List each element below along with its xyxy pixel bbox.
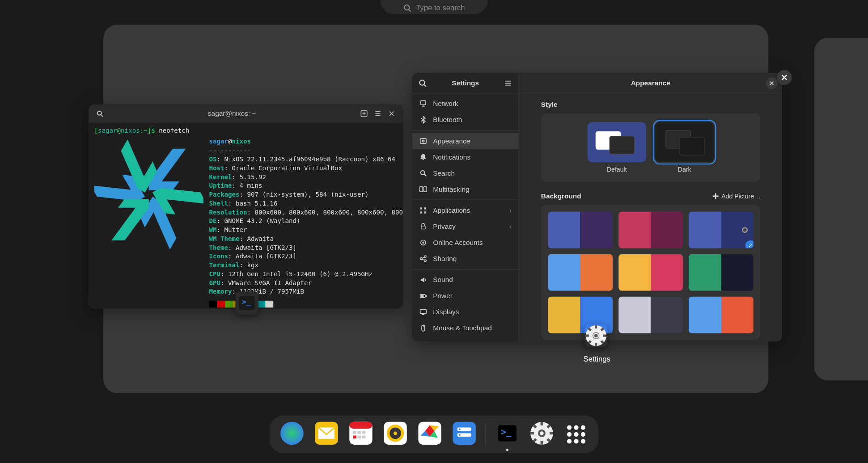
search-icon bbox=[419, 79, 427, 87]
settings-main-title: Appearance bbox=[631, 79, 670, 87]
dock-web-browser[interactable] bbox=[279, 421, 305, 447]
wallpaper-wp-orange[interactable] bbox=[548, 254, 613, 291]
svg-line-101 bbox=[534, 425, 536, 428]
sidebar-item-search[interactable]: Search bbox=[412, 165, 519, 181]
search-icon bbox=[403, 4, 411, 12]
neofetch-field: WM Theme: Adwaita bbox=[209, 235, 403, 244]
dock-separator bbox=[486, 423, 486, 446]
add-picture-button[interactable]: Add Picture… bbox=[712, 193, 760, 199]
svg-rect-21 bbox=[421, 101, 426, 105]
svg-line-103 bbox=[547, 425, 550, 428]
neofetch-field: Shell: bash 5.1.16 bbox=[209, 199, 403, 208]
svg-line-41 bbox=[422, 259, 424, 260]
sidebar-item-applications[interactable]: Applications› bbox=[412, 202, 519, 219]
workspace-thumbnail-next[interactable] bbox=[814, 38, 868, 381]
check-icon: ✓ bbox=[745, 240, 754, 248]
sidebar-item-network[interactable]: Network bbox=[412, 96, 519, 112]
dock-terminal[interactable]: >_ bbox=[494, 421, 521, 447]
neofetch-field: OS: NixOS 22.11.2345.af96094e9b8 (Raccoo… bbox=[209, 155, 403, 164]
dock-settings[interactable] bbox=[529, 421, 555, 447]
search-icon bbox=[419, 169, 427, 177]
sidebar-item-appearance[interactable]: Appearance bbox=[412, 133, 519, 149]
dock-files[interactable] bbox=[451, 421, 478, 447]
svg-point-72 bbox=[280, 422, 303, 445]
sidebar-item-displays[interactable]: Displays bbox=[412, 304, 519, 320]
power-icon bbox=[419, 292, 427, 300]
neofetch-field: Uptime: 4 mins bbox=[209, 181, 403, 190]
sidebar-item-sound[interactable]: Sound bbox=[412, 272, 519, 288]
dock-photos[interactable] bbox=[417, 421, 443, 447]
sidebar-item-multitasking[interactable]: Multitasking bbox=[412, 181, 519, 198]
svg-line-67 bbox=[589, 341, 591, 343]
settings-window[interactable]: Settings NetworkBluetoothAppearanceNotif… bbox=[412, 73, 782, 341]
sidebar-item-keyboard[interactable]: Keyboard bbox=[412, 336, 519, 341]
chevron-right-icon: › bbox=[509, 223, 512, 231]
svg-rect-31 bbox=[424, 207, 426, 209]
svg-point-91 bbox=[459, 429, 461, 430]
speaker-icon bbox=[419, 276, 427, 284]
settings-menu-button[interactable] bbox=[501, 76, 515, 90]
mail-icon bbox=[314, 421, 339, 448]
style-box: DefaultDark bbox=[541, 113, 760, 182]
cloud-icon bbox=[419, 239, 427, 247]
style-option-default[interactable]: Default bbox=[588, 122, 646, 173]
wallpaper-wp-green[interactable] bbox=[689, 254, 754, 291]
dock-mail[interactable] bbox=[313, 421, 339, 447]
wallpaper-wp-gradient[interactable] bbox=[618, 254, 683, 291]
sidebar-item-power[interactable]: Power bbox=[412, 288, 519, 304]
sidebar-item-online-accounts[interactable]: Online Accounts bbox=[412, 235, 519, 251]
settings-close-button[interactable] bbox=[766, 77, 778, 89]
settings-sidebar: Settings NetworkBluetoothAppearanceNotif… bbox=[412, 73, 519, 341]
search-placeholder: Type to search bbox=[416, 4, 465, 12]
show-applications-button[interactable] bbox=[563, 421, 589, 447]
sidebar-item-notifications[interactable]: Notifications bbox=[412, 149, 519, 165]
terminal-app-icon[interactable]: >_ bbox=[235, 291, 258, 314]
svg-rect-45 bbox=[420, 310, 426, 314]
svg-text:>_: >_ bbox=[501, 427, 512, 437]
settings-search-button[interactable] bbox=[416, 76, 430, 90]
style-option-dark[interactable]: Dark bbox=[655, 122, 714, 173]
terminal-close-button[interactable] bbox=[385, 107, 398, 121]
neofetch-field: Kernel: 5.15.92 bbox=[209, 173, 403, 181]
running-indicator bbox=[506, 449, 508, 451]
wallpaper-wp-stripes[interactable] bbox=[689, 297, 754, 333]
multitask-icon bbox=[419, 185, 427, 194]
close-overview-button[interactable] bbox=[777, 70, 792, 85]
sidebar-item-bluetooth[interactable]: Bluetooth bbox=[412, 112, 519, 128]
svg-line-102 bbox=[547, 439, 550, 442]
search-bar[interactable]: Type to search bbox=[380, 0, 487, 14]
terminal-new-tab-button[interactable] bbox=[357, 107, 371, 121]
svg-rect-43 bbox=[425, 295, 426, 296]
neofetch-field: Terminal: kgx bbox=[209, 261, 403, 270]
sidebar-item-mouse-touchpad[interactable]: Mouse & Touchpad bbox=[412, 320, 519, 336]
wallpaper-wp-pink[interactable] bbox=[618, 212, 683, 248]
svg-point-70 bbox=[594, 334, 598, 337]
terminal-body[interactable]: [sagar@nixos:~]$ neofetch bbox=[89, 123, 403, 309]
plus-square-icon bbox=[360, 109, 368, 118]
dock-music[interactable] bbox=[382, 421, 409, 447]
svg-rect-78 bbox=[357, 431, 361, 434]
svg-point-86 bbox=[394, 432, 397, 435]
svg-rect-24 bbox=[420, 139, 426, 143]
terminal-title: sagar@nixos: ~ bbox=[107, 109, 357, 118]
terminal-search-button[interactable] bbox=[93, 107, 107, 121]
wallpaper-wp-blue[interactable]: ✓ bbox=[689, 212, 754, 248]
svg-rect-28 bbox=[419, 187, 423, 192]
wallpaper-wp-hex[interactable] bbox=[618, 297, 683, 333]
terminal-menu-button[interactable] bbox=[371, 107, 385, 121]
sidebar-item-privacy[interactable]: Privacy› bbox=[412, 219, 519, 235]
web-browser-icon bbox=[279, 421, 305, 448]
dock: >_ bbox=[270, 416, 599, 454]
settings-app-label: Settings bbox=[584, 355, 610, 363]
neofetch-field: DE: GNOME 43.2 (Wayland) bbox=[209, 217, 403, 226]
svg-point-16 bbox=[419, 80, 424, 85]
chevron-right-icon: › bbox=[509, 206, 512, 215]
terminal-titlebar[interactable]: sagar@nixos: ~ bbox=[89, 105, 403, 123]
terminal-window[interactable]: sagar@nixos: ~ [sagar@nixos:~]$ neofetch bbox=[89, 105, 403, 309]
dock-calendar[interactable] bbox=[347, 421, 374, 447]
settings-app-icon[interactable] bbox=[584, 324, 607, 347]
svg-point-38 bbox=[424, 256, 426, 257]
sidebar-item-sharing[interactable]: Sharing bbox=[412, 251, 519, 267]
neofetch-field: Theme: Adwaita [GTK2/3] bbox=[209, 244, 403, 253]
wallpaper-wp-purple[interactable] bbox=[548, 212, 613, 248]
